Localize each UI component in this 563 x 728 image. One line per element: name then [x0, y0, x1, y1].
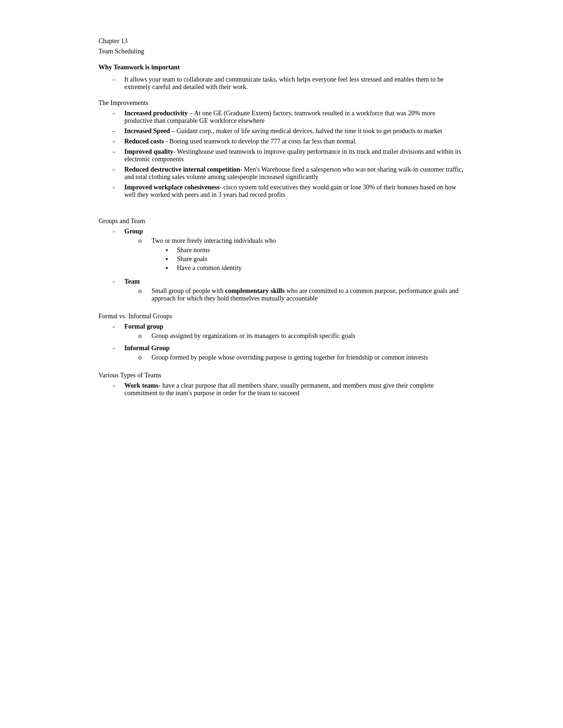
bold-text: Improved quality — [124, 148, 173, 155]
list-item: - Formal group o Group assigned by organ… — [99, 323, 464, 342]
dash-icon: - — [113, 323, 122, 342]
list-item: - Reduced costs - Boeing used teamwork t… — [99, 138, 464, 145]
circle-icon: o — [138, 354, 150, 361]
list-item: - Informal Group o Group formed by peopl… — [99, 345, 464, 363]
list-item: - It allows your team to collaborate and… — [99, 76, 464, 91]
square-icon: ▪ — [166, 264, 175, 272]
list-item: - Improved workplace cohesiveness- cisco… — [99, 184, 464, 199]
item-text: Improved workplace cohesiveness- cisco s… — [124, 184, 464, 199]
dash-icon: - — [113, 128, 122, 135]
improvements-section: The Improvements - Increased productivit… — [99, 99, 464, 199]
list-item: o Two or more freely interacting individ… — [124, 237, 464, 273]
formal-informal-section: Formal vs. Informal Groups - Formal grou… — [99, 313, 464, 363]
item-text: Improved quality- Westinghouse used team… — [124, 148, 464, 163]
bold-text: Work teams — [124, 382, 159, 389]
informal-sublist: o Group formed by people whose overridin… — [124, 354, 464, 361]
why-teamwork-section: Why Teamwork is important - It allows yo… — [99, 64, 464, 91]
formal-informal-heading: Formal vs. Informal Groups — [99, 313, 464, 320]
item-text: Increased Speed – Guidant corp., maker o… — [124, 128, 464, 135]
item-text: It allows your team to collaborate and c… — [124, 76, 464, 91]
item-text: Group formed by people whose overriding … — [152, 354, 464, 361]
group-subsublist: ▪ Share norms ▪ Share goals ▪ — [152, 247, 464, 272]
various-types-heading: Various Types of Teams — [99, 372, 464, 379]
list-item: - Team o Small group of people with comp… — [99, 278, 464, 304]
square-icon: ▪ — [166, 247, 175, 254]
item-text: Reduced destructive internal competition… — [124, 166, 464, 181]
item-text: Two or more freely interacting individua… — [152, 237, 464, 273]
list-item: ▪ Share goals — [152, 255, 464, 263]
bold-text: Increased productivity — [124, 110, 188, 117]
team-sublist: o Small group of people with complementa… — [124, 287, 464, 302]
item-text: Group assigned by organizations or its m… — [152, 332, 464, 340]
dash-icon: - — [113, 382, 122, 397]
improvements-list: - Increased productivity – At one GE (Gr… — [99, 110, 464, 199]
bold-text: Team — [124, 278, 140, 285]
bold-text: Informal Group — [124, 345, 170, 352]
chapter-title: Chapter 13 — [99, 38, 464, 45]
item-text: Increased productivity – At one GE (Grad… — [124, 110, 464, 125]
list-item: ▪ Share norms — [152, 247, 464, 254]
dash-icon: - — [113, 184, 122, 199]
dash-icon: - — [113, 345, 122, 363]
groups-team-list: - Group o Two or more freely interacting… — [99, 228, 464, 304]
list-item: o Group assigned by organizations or its… — [124, 332, 464, 340]
item-text: Small group of people with complementary… — [152, 287, 464, 302]
list-item: - Work teams- have a clear purpose that … — [99, 382, 464, 397]
bold-text: complementary skills — [225, 287, 285, 294]
bold-text: Reduced destructive internal competition — [124, 166, 240, 173]
dash-icon: - — [113, 138, 122, 145]
circle-icon: o — [138, 287, 150, 302]
list-item: - Group o Two or more freely interacting… — [99, 228, 464, 275]
list-item: o Group formed by people whose overridin… — [124, 354, 464, 361]
dash-icon: - — [113, 278, 122, 304]
bold-text: Formal group — [124, 323, 163, 330]
team-scheduling-title: Team Scheduling — [99, 48, 464, 55]
list-item: - Improved quality- Westinghouse used te… — [99, 148, 464, 163]
bold-text: Increased Speed — [124, 128, 170, 135]
page-container: Chapter 13 Team Scheduling Why Teamwork … — [70, 0, 493, 443]
improvements-heading: The Improvements — [99, 99, 464, 107]
item-text: Share goals — [177, 255, 464, 263]
list-item: - Increased Speed – Guidant corp., maker… — [99, 128, 464, 135]
list-item: ▪ Have a common identity — [152, 264, 464, 272]
why-teamwork-list: - It allows your team to collaborate and… — [99, 76, 464, 91]
item-text: Share norms — [177, 247, 464, 254]
various-types-list: - Work teams- have a clear purpose that … — [99, 382, 464, 397]
dash-icon: - — [113, 148, 122, 163]
list-item: o Small group of people with complementa… — [124, 287, 464, 302]
item-content: Group o Two or more freely interacting i… — [124, 228, 464, 275]
item-text: Reduced costs - Boeing used teamwork to … — [124, 138, 464, 145]
various-types-section: Various Types of Teams - Work teams- hav… — [99, 372, 464, 397]
item-content: Team o Small group of people with comple… — [124, 278, 464, 304]
group-sublist: o Two or more freely interacting individ… — [124, 237, 464, 273]
dash-icon: - — [113, 166, 122, 181]
item-content: Informal Group o Group formed by people … — [124, 345, 464, 363]
groups-team-heading: Groups and Team — [99, 218, 464, 225]
circle-icon: o — [138, 237, 150, 273]
list-item: - Reduced destructive internal competiti… — [99, 166, 464, 181]
list-item: - Increased productivity – At one GE (Gr… — [99, 110, 464, 125]
circle-icon: o — [138, 332, 150, 340]
square-icon: ▪ — [166, 255, 175, 263]
formal-informal-list: - Formal group o Group assigned by organ… — [99, 323, 464, 363]
item-content: Formal group o Group assigned by organiz… — [124, 323, 464, 342]
groups-team-section: Groups and Team - Group o Two or more fr… — [99, 218, 464, 304]
item-text: Work teams- have a clear purpose that al… — [124, 382, 464, 397]
bold-text: Improved workplace cohesiveness — [124, 184, 220, 191]
dash-icon: - — [113, 228, 122, 275]
why-teamwork-heading: Why Teamwork is important — [99, 64, 464, 71]
formal-sublist: o Group assigned by organizations or its… — [124, 332, 464, 340]
dash-icon: - — [113, 76, 122, 91]
bold-text: Group — [124, 228, 143, 235]
chapter-section: Chapter 13 Team Scheduling — [99, 38, 464, 55]
item-text: Have a common identity — [177, 264, 464, 272]
bold-text: Reduced costs — [124, 138, 164, 145]
dash-icon: - — [113, 110, 122, 125]
